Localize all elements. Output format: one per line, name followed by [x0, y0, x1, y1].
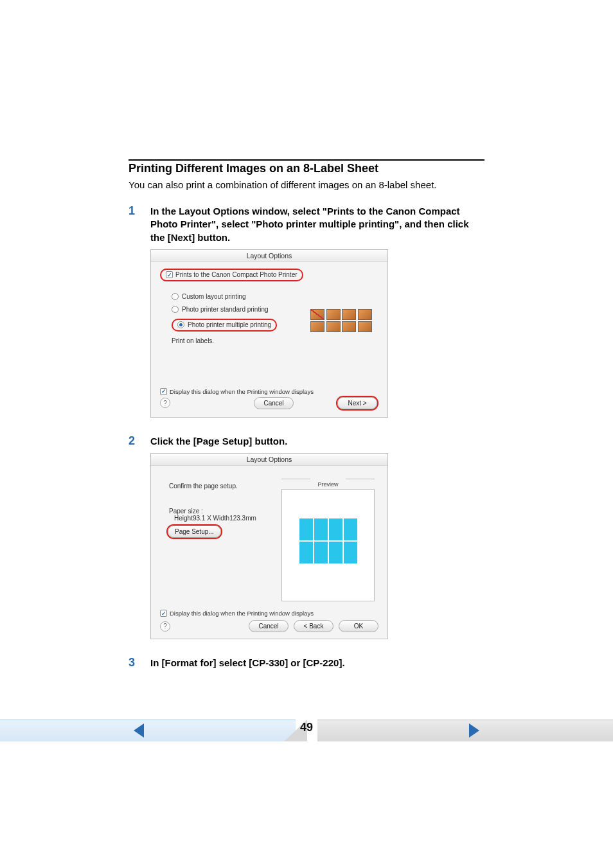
step-text: In [Format for] select [CP-330] or [CP-2… [150, 656, 345, 669]
layout-options-dialog-2: Layout Options Confirm the page setup. P… [150, 453, 388, 639]
step-3: 3 In [Format for] select [CP-330] or [CP… [129, 656, 484, 669]
multiple-printing-radio[interactable] [177, 321, 184, 328]
dialog-title: Layout Options [151, 250, 387, 262]
page-setup-button[interactable]: Page Setup... [168, 526, 221, 538]
custom-layout-label: Custom layout printing [182, 293, 246, 300]
back-button[interactable]: < Back [294, 620, 333, 632]
cancel-button[interactable]: Cancel [249, 620, 289, 632]
thumb-icon [358, 321, 372, 332]
preview-frame [281, 489, 375, 601]
checkbox-checked-icon: ✓ [166, 271, 173, 278]
thumb-icon [310, 321, 324, 332]
multiple-printing-highlight: Photo printer multiple printing [172, 319, 277, 332]
next-button-highlight: Next > [336, 396, 378, 411]
next-button[interactable]: Next > [337, 397, 377, 409]
step-text: In the Layout Options window, select "Pr… [150, 204, 484, 244]
ok-button[interactable]: OK [339, 620, 378, 632]
layout-options-dialog-1: Layout Options ✓ Prints to the Canon Com… [150, 249, 388, 418]
page-number: 49 [0, 721, 613, 734]
thumb-no-icon [310, 309, 324, 320]
prints-to-checkbox-highlight: ✓ Prints to the Canon Compact Photo Prin… [160, 269, 303, 281]
prints-to-label: Prints to the Canon Compact Photo Printe… [175, 270, 298, 279]
standard-printing-radio[interactable] [172, 306, 179, 313]
cancel-button[interactable]: Cancel [254, 397, 294, 409]
step-text: Click the [Page Setup] button. [150, 434, 287, 448]
help-button[interactable]: ? [160, 398, 170, 408]
thumb-icon [358, 309, 372, 320]
dialog-title: Layout Options [151, 454, 387, 466]
custom-layout-radio[interactable] [172, 293, 179, 300]
preview-label: Preview [281, 481, 375, 488]
help-button[interactable]: ? [160, 621, 170, 632]
page-footer: 49 [0, 716, 613, 745]
step-number: 3 [129, 656, 150, 669]
section-intro: You can also print a combination of diff… [129, 179, 484, 190]
step-1: 1 In the Layout Options window, select "… [129, 204, 484, 244]
label-thumbnails [310, 309, 372, 332]
thumb-icon [342, 309, 356, 320]
preview-sheet [299, 518, 358, 564]
thumb-icon [342, 321, 356, 332]
thumb-icon [326, 309, 341, 320]
print-on-labels-text: Print on labels. [172, 337, 214, 344]
step-number: 1 [129, 204, 150, 244]
step-2: 2 Click the [Page Setup] button. [129, 434, 484, 448]
page-setup-highlight: Page Setup... [166, 524, 222, 539]
prints-to-checkbox[interactable]: ✓ Prints to the Canon Compact Photo Prin… [166, 270, 298, 279]
multiple-printing-label: Photo printer multiple printing [188, 321, 271, 330]
section-title: Printing Different Images on an 8-Label … [129, 162, 484, 175]
thumb-icon [326, 321, 341, 332]
standard-printing-label: Photo printer standard printing [182, 306, 269, 313]
step-number: 2 [129, 434, 150, 448]
